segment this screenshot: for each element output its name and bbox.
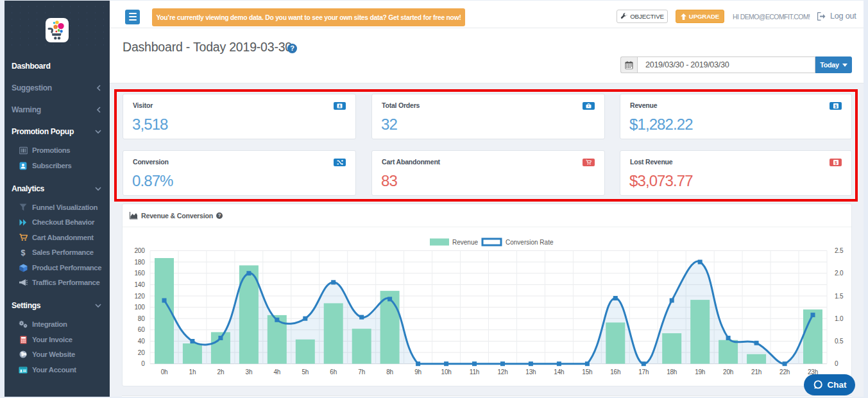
svg-text:0h: 0h <box>161 368 168 376</box>
svg-text:Conversion Rate: Conversion Rate <box>506 239 554 246</box>
svg-text:40: 40 <box>138 338 145 345</box>
svg-text:2h: 2h <box>217 368 225 376</box>
svg-text:13h: 13h <box>525 368 536 376</box>
svg-text:140: 140 <box>134 281 145 288</box>
svg-text:0.5: 0.5 <box>835 338 844 345</box>
svg-text:18h: 18h <box>667 368 677 376</box>
svg-text:10h: 10h <box>441 368 452 376</box>
svg-text:Revenue: Revenue <box>452 239 478 246</box>
svg-text:16h: 16h <box>610 368 620 376</box>
svg-text:19h: 19h <box>695 368 705 376</box>
svg-text:2.5: 2.5 <box>835 247 844 254</box>
svg-text:200: 200 <box>134 247 145 254</box>
svg-text:7h: 7h <box>358 368 365 376</box>
svg-text:22h: 22h <box>779 368 790 376</box>
svg-text:80: 80 <box>138 315 145 322</box>
svg-text:0: 0 <box>835 360 838 367</box>
svg-text:60: 60 <box>138 326 145 333</box>
svg-text:120: 120 <box>134 293 145 300</box>
svg-text:100: 100 <box>134 304 145 311</box>
svg-text:14h: 14h <box>554 368 564 376</box>
svg-text:3h: 3h <box>246 368 253 376</box>
svg-text:20h: 20h <box>723 368 733 376</box>
svg-text:0: 0 <box>141 360 145 367</box>
svg-text:8h: 8h <box>386 368 393 376</box>
svg-text:160: 160 <box>134 270 145 277</box>
svg-text:1.0: 1.0 <box>835 315 844 322</box>
svg-text:12h: 12h <box>497 368 507 376</box>
svg-text:20: 20 <box>138 349 145 356</box>
svg-text:$: $ <box>835 104 837 109</box>
svg-text:11h: 11h <box>470 368 479 376</box>
svg-text:21h: 21h <box>751 368 762 376</box>
svg-text:15h: 15h <box>582 368 592 376</box>
svg-text:1.5: 1.5 <box>835 293 844 300</box>
svg-text:5h: 5h <box>302 368 309 376</box>
svg-text:2.0: 2.0 <box>835 270 844 277</box>
svg-text:1h: 1h <box>189 368 196 376</box>
svg-text:4h: 4h <box>273 368 280 376</box>
svg-text:17h: 17h <box>638 368 649 376</box>
svg-text:6h: 6h <box>330 368 337 376</box>
svg-text:9h: 9h <box>414 368 421 376</box>
svg-text:$: $ <box>835 160 837 166</box>
svg-text:180: 180 <box>134 259 145 266</box>
svg-text:$: $ <box>21 248 26 257</box>
